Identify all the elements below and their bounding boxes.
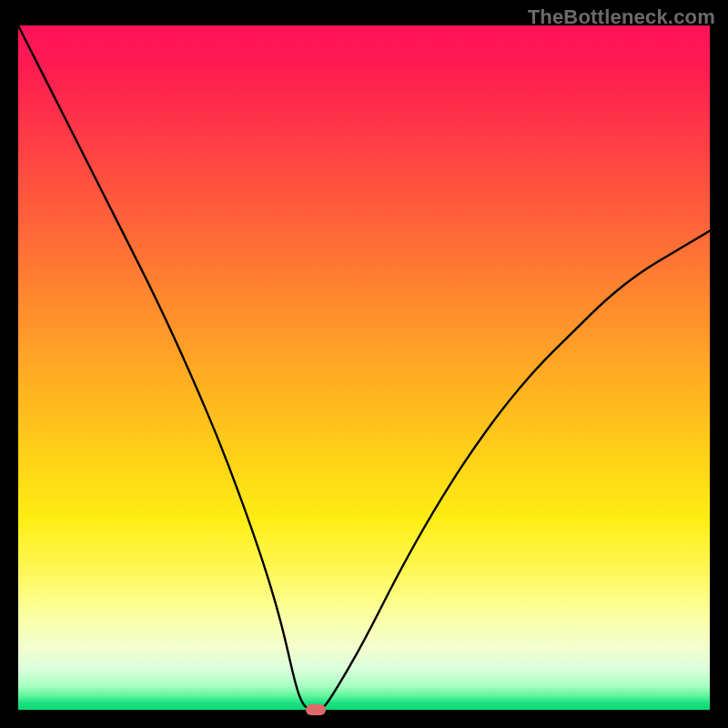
bottleneck-curve xyxy=(18,25,710,710)
optimal-point-marker xyxy=(306,704,326,715)
watermark-text: TheBottleneck.com xyxy=(528,5,715,29)
chart-frame: TheBottleneck.com xyxy=(0,0,728,728)
